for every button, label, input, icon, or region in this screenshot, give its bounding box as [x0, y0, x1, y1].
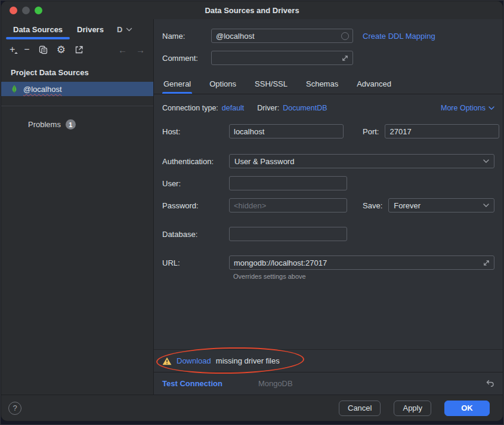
chevron-down-icon[interactable]: [126, 27, 132, 32]
expand-icon[interactable]: [341, 54, 353, 62]
screenshot-canvas: Data Sources and Drivers Data Sources Dr…: [0, 0, 504, 425]
ok-button[interactable]: OK: [444, 401, 490, 416]
tab-options[interactable]: Options: [208, 75, 237, 94]
comment-input[interactable]: [212, 51, 341, 64]
url-row: URL:: [162, 255, 494, 270]
sidebar-divider: [1, 106, 153, 106]
cancel-button[interactable]: Cancel: [339, 401, 381, 416]
bottom-bar: ? Cancel Apply OK: [1, 395, 503, 421]
more-options-link[interactable]: More Options: [441, 104, 494, 112]
connection-type-label: Connection type:: [162, 104, 218, 112]
data-sources-dialog: Data Sources and Drivers Data Sources Dr…: [1, 1, 503, 421]
comment-field-wrap: [211, 51, 353, 65]
url-hint: Overrides settings above: [233, 273, 494, 280]
datasource-item-localhost[interactable]: @localhost: [1, 82, 153, 96]
driver-name-text: MongoDB: [258, 379, 293, 388]
authentication-value: User & Password: [234, 157, 294, 166]
tab-overflow[interactable]: D: [111, 19, 134, 39]
connection-type-row: Connection type: default Driver: Documen…: [162, 104, 494, 112]
test-connection-link[interactable]: Test Connection: [162, 379, 222, 388]
dialog-body: Data Sources Drivers D + −: [1, 19, 503, 395]
open-in-new-icon[interactable]: [75, 45, 84, 54]
port-input[interactable]: [385, 125, 499, 138]
url-label: URL:: [162, 258, 229, 267]
name-field-wrap: [211, 29, 353, 43]
dialog-buttons: Cancel Apply OK: [339, 401, 490, 416]
database-label: Database:: [162, 230, 229, 239]
problems-label: Problems: [28, 120, 61, 129]
tab-schemas[interactable]: Schemas: [305, 75, 339, 94]
name-input[interactable]: [212, 29, 341, 42]
host-row: Host: Port:: [162, 124, 494, 138]
warning-text: missing driver files: [216, 356, 280, 365]
port-label: Port:: [363, 127, 379, 136]
problems-item[interactable]: Problems 1: [28, 119, 153, 130]
port-field-wrap: [385, 124, 499, 138]
host-label: Host:: [162, 127, 229, 136]
user-row: User:: [162, 176, 494, 190]
host-input[interactable]: [230, 125, 343, 138]
password-field-wrap: [229, 198, 347, 213]
minimize-button[interactable]: [22, 7, 30, 14]
chevron-down-icon: [483, 159, 489, 163]
tab-drivers-label: Drivers: [77, 25, 104, 34]
title-bar: Data Sources and Drivers: [1, 1, 503, 19]
revert-icon[interactable]: [485, 379, 494, 388]
driver-label: Driver:: [257, 104, 279, 112]
authentication-label: Authentication:: [162, 157, 229, 166]
database-input[interactable]: [230, 227, 347, 241]
test-connection-row: Test Connection MongoDB: [154, 372, 503, 395]
problems-count-badge: 1: [66, 119, 76, 130]
tab-ssh-ssl[interactable]: SSH/SSL: [253, 75, 289, 94]
duplicate-icon[interactable]: [39, 45, 48, 54]
comment-row: Comment:: [162, 51, 494, 65]
gear-icon[interactable]: ⚙: [57, 45, 66, 55]
save-label: Save:: [363, 201, 382, 210]
sidebar-toolbar: + − ⚙ ← →: [1, 39, 153, 60]
name-label: Name:: [162, 32, 211, 41]
connection-type-value-link[interactable]: default: [222, 104, 245, 112]
back-icon[interactable]: ←: [118, 45, 127, 55]
password-row: Password: Save: Forever: [162, 198, 494, 213]
apply-button[interactable]: Apply: [394, 401, 431, 416]
warning-icon: [162, 357, 172, 365]
datasource-label: @localhost: [23, 85, 62, 94]
password-label: Password:: [162, 201, 229, 210]
download-driver-link[interactable]: Download: [177, 356, 211, 365]
url-field-wrap: [229, 255, 494, 270]
sidebar-tabs: Data Sources Drivers D: [1, 19, 153, 39]
header-form: Name: Create DDL Mapping Comment:: [154, 19, 503, 71]
close-button[interactable]: [10, 7, 17, 14]
add-icon[interactable]: +: [10, 45, 15, 54]
general-form: Connection type: default Driver: Documen…: [154, 94, 503, 349]
user-label: User:: [162, 179, 229, 188]
window-title: Data Sources and Drivers: [205, 6, 299, 15]
more-options-label: More Options: [441, 104, 486, 112]
database-field-wrap: [229, 227, 347, 241]
create-ddl-mapping-link[interactable]: Create DDL Mapping: [363, 32, 435, 41]
user-field-wrap: [229, 176, 347, 190]
tab-general[interactable]: General: [162, 75, 192, 94]
sidebar: Data Sources Drivers D + −: [1, 19, 154, 395]
tab-data-sources[interactable]: Data Sources: [6, 19, 70, 39]
mongodb-leaf-icon: [11, 84, 18, 94]
section-header: Project Data Sources: [1, 60, 153, 82]
save-select[interactable]: Forever: [388, 198, 494, 213]
user-input[interactable]: [230, 177, 347, 190]
host-field-wrap: [229, 124, 344, 138]
url-input[interactable]: [230, 256, 483, 269]
tab-truncated-label: D: [117, 25, 122, 34]
zoom-button[interactable]: [35, 7, 42, 14]
password-input[interactable]: [230, 199, 347, 212]
expand-icon[interactable]: [483, 259, 494, 267]
tab-data-sources-label: Data Sources: [13, 25, 63, 34]
save-value: Forever: [394, 201, 420, 210]
driver-value-link[interactable]: DocumentDB: [283, 104, 327, 112]
tab-drivers[interactable]: Drivers: [70, 19, 111, 39]
help-icon[interactable]: ?: [8, 402, 21, 415]
authentication-select[interactable]: User & Password: [229, 154, 494, 168]
forward-icon[interactable]: →: [136, 45, 145, 55]
tab-advanced[interactable]: Advanced: [355, 75, 392, 94]
settings-tabstrip: General Options SSH/SSL Schemas Advanced: [154, 71, 503, 94]
remove-icon[interactable]: −: [24, 45, 29, 54]
